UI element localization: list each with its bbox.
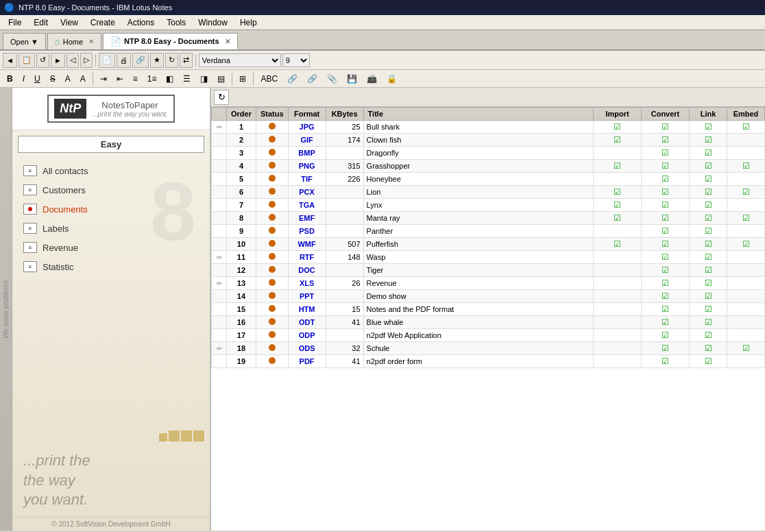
- tab-home[interactable]: ⌂ Home ✕: [47, 33, 101, 49]
- title-cell[interactable]: Lynx: [363, 199, 593, 212]
- table-refresh-button[interactable]: ↻: [214, 90, 229, 105]
- col-header-kbytes[interactable]: KBytes: [326, 108, 363, 121]
- documents-tab-close[interactable]: ✕: [225, 38, 230, 45]
- table-row[interactable]: ✏ 13 XLS 26 Revenue ☑ ☑: [212, 277, 765, 290]
- menu-edit[interactable]: Edit: [28, 16, 53, 29]
- title-cell[interactable]: Bull shark: [363, 121, 593, 134]
- table-row[interactable]: ✏ 11 RTF 148 Wasp ☑ ☑: [212, 251, 765, 264]
- highlight-button[interactable]: A: [61, 72, 75, 86]
- title-cell[interactable]: Schule: [363, 342, 593, 355]
- col-header-link[interactable]: Link: [690, 108, 727, 121]
- align-left-btn[interactable]: ◧: [162, 72, 178, 86]
- tab-open[interactable]: Open ▼: [3, 33, 46, 49]
- encrypt-btn[interactable]: 🔒: [382, 72, 401, 86]
- toolbar-page-btn[interactable]: 📄: [99, 53, 115, 68]
- table-row[interactable]: 19 PDF 41 n2pdf order form ☑ ☑: [212, 355, 765, 368]
- toolbar-refresh2-btn[interactable]: ↻: [165, 53, 178, 68]
- outdent-btn[interactable]: ⇤: [112, 72, 127, 86]
- title-cell[interactable]: Lion: [363, 186, 593, 199]
- spell-btn[interactable]: ABC: [256, 72, 282, 86]
- title-cell[interactable]: Notes and the PDF format: [363, 303, 593, 316]
- table-btn[interactable]: ⊞: [235, 72, 250, 86]
- toolbar-fwd2-btn[interactable]: ▷: [80, 53, 93, 68]
- table-row[interactable]: 8 EMF Manta ray ☑ ☑ ☑ ☑: [212, 212, 765, 225]
- col-header-status[interactable]: Status: [256, 108, 288, 121]
- align-right-btn[interactable]: ◨: [196, 72, 212, 86]
- toolbar-link-btn[interactable]: 🔗: [132, 53, 149, 68]
- title-cell[interactable]: n2pdf order form: [363, 355, 593, 368]
- title-cell[interactable]: Demo show: [363, 290, 593, 303]
- font-selector[interactable]: Verdana: [199, 53, 281, 67]
- menu-view[interactable]: View: [55, 16, 84, 29]
- menu-create[interactable]: Create: [85, 16, 121, 29]
- save-btn[interactable]: 💾: [343, 72, 361, 86]
- table-row[interactable]: 12 DOC Tiger ☑ ☑: [212, 264, 765, 277]
- toolbar-forward-btn[interactable]: ►: [51, 53, 65, 68]
- table-row[interactable]: 16 ODT 41 Blue whale ☑ ☑: [212, 316, 765, 329]
- title-cell[interactable]: Revenue: [363, 277, 593, 290]
- menu-window[interactable]: Window: [193, 16, 233, 29]
- title-cell[interactable]: Grasshopper: [363, 160, 593, 173]
- col-header-order[interactable]: Order: [227, 108, 256, 121]
- table-row[interactable]: 17 ODP n2pdf Web Application ☑ ☑: [212, 329, 765, 342]
- check-icon: ☑: [705, 252, 712, 262]
- title-cell[interactable]: Panther: [363, 225, 593, 238]
- toolbar-print-btn[interactable]: 🖨: [117, 53, 131, 68]
- font-size-selector[interactable]: 9: [282, 53, 310, 67]
- attach-btn[interactable]: 📎: [323, 72, 341, 86]
- home-tab-close[interactable]: ✕: [88, 38, 94, 45]
- order-cell: 10: [227, 238, 256, 251]
- table-row[interactable]: 6 PCX Lion ☑ ☑ ☑ ☑: [212, 186, 765, 199]
- italic-button[interactable]: I: [19, 72, 29, 86]
- color-button[interactable]: A: [76, 72, 90, 86]
- col-header-format[interactable]: Format: [288, 108, 326, 121]
- menu-file[interactable]: File: [3, 16, 27, 29]
- title-cell[interactable]: Honeybee: [363, 173, 593, 186]
- title-cell[interactable]: Dragonfly: [363, 147, 593, 160]
- toolbar-back2-btn[interactable]: ◁: [66, 53, 79, 68]
- unlink-btn[interactable]: 🔗: [303, 72, 321, 86]
- table-row[interactable]: 10 WMF 507 Pufferfish ☑ ☑ ☑ ☑: [212, 238, 765, 251]
- table-row[interactable]: 14 PPT Demo show ☑ ☑: [212, 290, 765, 303]
- fax-btn[interactable]: 📠: [363, 72, 381, 86]
- title-cell[interactable]: Clown fish: [363, 134, 593, 147]
- title-cell[interactable]: Wasp: [363, 251, 593, 264]
- title-cell[interactable]: Blue whale: [363, 316, 593, 329]
- title-cell[interactable]: Tiger: [363, 264, 593, 277]
- indent-btn[interactable]: ⇥: [96, 72, 111, 86]
- table-row[interactable]: 9 PSD Panther ☑ ☑: [212, 225, 765, 238]
- table-row[interactable]: 2 GIF 174 Clown fish ☑ ☑ ☑: [212, 134, 765, 147]
- toolbar-copy-btn[interactable]: 📋: [19, 53, 35, 68]
- menu-actions[interactable]: Actions: [122, 16, 160, 29]
- table-row[interactable]: 7 TGA Lynx ☑ ☑ ☑: [212, 199, 765, 212]
- table-row[interactable]: 5 TIF 226 Honeybee ☑ ☑: [212, 173, 765, 186]
- col-header-convert[interactable]: Convert: [642, 108, 690, 121]
- toolbar-sync-btn[interactable]: ⇄: [180, 53, 193, 68]
- tab-documents[interactable]: 📄 NTP 8.0 Easy - Documents ✕: [103, 33, 238, 49]
- table-row[interactable]: 4 PNG 315 Grasshopper ☑ ☑ ☑ ☑: [212, 160, 765, 173]
- link-btn2[interactable]: 🔗: [283, 72, 302, 86]
- col-header-import[interactable]: Import: [594, 108, 642, 121]
- menu-tools[interactable]: Tools: [161, 16, 191, 29]
- toolbar-refresh-btn[interactable]: ↺: [36, 53, 49, 68]
- toolbar-back-btn[interactable]: ◄: [3, 53, 17, 68]
- col-header-embed[interactable]: Embed: [727, 108, 765, 121]
- bullets-btn[interactable]: ≡: [129, 72, 142, 86]
- sidebar-item-statistic[interactable]: ≡ Statistic: [18, 257, 204, 276]
- title-cell[interactable]: Manta ray: [363, 212, 593, 225]
- table-row[interactable]: ✏ 18 ODS 32 Schule ☑ ☑ ☑: [212, 342, 765, 355]
- table-row[interactable]: 15 HTM 15 Notes and the PDF format ☑ ☑: [212, 303, 765, 316]
- title-cell[interactable]: Pufferfish: [363, 238, 593, 251]
- title-cell[interactable]: n2pdf Web Application: [363, 329, 593, 342]
- toolbar-star-btn[interactable]: ★: [150, 53, 164, 68]
- col-header-title[interactable]: Title: [363, 108, 593, 121]
- numbering-btn[interactable]: 1≡: [143, 72, 161, 86]
- bold-button[interactable]: B: [3, 72, 17, 86]
- table-row[interactable]: ✏ 1 JPG 25 Bull shark ☑ ☑ ☑ ☑: [212, 121, 765, 134]
- underline-button[interactable]: U: [30, 72, 45, 86]
- align-justify-btn[interactable]: ▤: [213, 72, 229, 86]
- menu-help[interactable]: Help: [234, 16, 263, 29]
- align-center-btn[interactable]: ☰: [179, 72, 195, 86]
- table-row[interactable]: 3 BMP Dragonfly ☑ ☑: [212, 147, 765, 160]
- strikethrough-button[interactable]: S: [46, 72, 60, 86]
